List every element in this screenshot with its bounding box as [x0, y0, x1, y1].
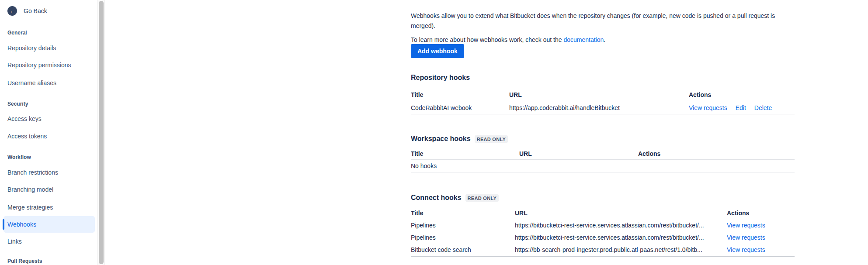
table-row: Bitbucket code searchhttps://bb-search-p… [411, 244, 795, 256]
sidebar-section-heading-security: Security [7, 100, 28, 108]
sidebar-section-heading-pull-requests: Pull Requests [7, 257, 42, 265]
documentation-link[interactable]: documentation [563, 36, 604, 43]
cell-actions: View requests [727, 222, 795, 229]
column-header-actions: Actions [638, 150, 795, 157]
table-connect-hooks: TitleURLActionsPipelineshttps://bitbucke… [411, 207, 795, 257]
learn-more-text: To learn more about how webhooks work, c… [411, 35, 798, 45]
sidebar-item-access-tokens[interactable]: Access tokens [3, 128, 95, 145]
go-back-label: Go Back [24, 7, 47, 14]
sidebar-section-heading-general: General [7, 29, 27, 37]
sidebar-item-label: Repository details [3, 45, 56, 52]
cell-url: https://bitbucketci-rest-service.service… [515, 222, 727, 229]
read-only-badge: READ ONLY [465, 194, 499, 202]
column-header-title: Title [411, 91, 509, 98]
sidebar-item-repository-details[interactable]: Repository details [3, 40, 95, 56]
empty-row-text: No hooks [411, 162, 519, 169]
action-link-delete[interactable]: Delete [754, 104, 772, 111]
sidebar-item-label: Branch restrictions [3, 169, 58, 176]
sidebar-item-label: Repository permissions [3, 62, 71, 69]
cell-url: https://bitbucketci-rest-service.service… [515, 234, 727, 241]
table-header-row: TitleURLActions [411, 207, 795, 219]
go-back-button[interactable]: ← Go Back [7, 6, 47, 16]
section-heading-connect-hooks: Connect hooksREAD ONLY [411, 193, 499, 202]
table-workspace-hooks: TitleURLActionsNo hooks [411, 148, 795, 172]
column-header-url: URL [509, 91, 689, 98]
section-title: Workspace hooks [411, 134, 471, 143]
table-header-row: TitleURLActions [411, 89, 795, 101]
learn-more-prefix: To learn more about how webhooks work, c… [411, 36, 563, 43]
table-row: Pipelineshttps://bitbucketci-rest-servic… [411, 219, 795, 231]
section-title: Repository hooks [411, 73, 470, 82]
sidebar-item-username-aliases[interactable]: Username aliases [3, 75, 95, 91]
table-row: CodeRabbitAI webookhttps://app.coderabbi… [411, 101, 795, 114]
sidebar-item-links[interactable]: Links [3, 233, 95, 250]
column-header-title: Title [411, 150, 519, 157]
cell-actions: View requests [727, 234, 795, 241]
sidebar-item-label: Links [3, 238, 22, 245]
sidebar-item-label: Access keys [3, 115, 42, 122]
sidebar-item-branch-restrictions[interactable]: Branch restrictions [3, 164, 95, 181]
cell-title: Bitbucket code search [411, 246, 515, 253]
active-item-indicator [3, 219, 4, 230]
column-header-actions: Actions [727, 210, 795, 217]
add-webhook-button[interactable]: Add webhook [411, 44, 464, 58]
action-link-view-requests[interactable]: View requests [689, 104, 727, 111]
sidebar-item-label: Branching model [3, 186, 53, 193]
cell-actions: View requests [727, 246, 795, 253]
column-header-actions: Actions [689, 91, 795, 98]
table-repository-hooks: TitleURLActionsCodeRabbitAI webookhttps:… [411, 89, 795, 114]
cell-url: https://app.coderabbit.ai/handleBitbucke… [509, 104, 689, 111]
cell-url: https://bb-search-prod-ingester.prod.pub… [515, 246, 727, 253]
cell-actions: View requestsEditDelete [689, 104, 795, 111]
webhooks-intro-text: Webhooks allow you to extend what Bitbuc… [411, 11, 798, 31]
sidebar-item-label: Merge strategies [3, 204, 53, 211]
cell-title: CodeRabbitAI webook [411, 104, 509, 111]
sidebar-item-label: Access tokens [3, 133, 47, 140]
action-link-view-requests[interactable]: View requests [727, 246, 765, 253]
sidebar-item-repository-permissions[interactable]: Repository permissions [3, 57, 95, 73]
sidebar-item-webhooks[interactable]: Webhooks [3, 216, 95, 233]
section-heading-repository-hooks: Repository hooks [411, 73, 470, 82]
sidebar-item-label: Username aliases [3, 79, 56, 86]
sidebar-scrollbar-thumb[interactable] [99, 1, 104, 264]
back-arrow-icon: ← [7, 6, 17, 16]
action-link-edit[interactable]: Edit [736, 104, 746, 111]
sidebar-item-branching-model[interactable]: Branching model [3, 181, 95, 198]
cell-title: Pipelines [411, 222, 515, 229]
settings-sidebar: ← Go Back GeneralRepository detailsRepos… [0, 0, 97, 265]
learn-more-suffix: . [604, 36, 605, 43]
table-header-row: TitleURLActions [411, 148, 795, 160]
action-link-view-requests[interactable]: View requests [727, 222, 765, 229]
table-row: Pipelineshttps://bitbucketci-rest-servic… [411, 231, 795, 244]
column-header-url: URL [515, 210, 727, 217]
action-link-view-requests[interactable]: View requests [727, 234, 765, 241]
sidebar-item-label: Webhooks [3, 221, 36, 228]
cell-title: Pipelines [411, 234, 515, 241]
section-title: Connect hooks [411, 193, 462, 202]
sidebar-item-access-keys[interactable]: Access keys [3, 110, 95, 127]
column-header-title: Title [411, 210, 515, 217]
sidebar-scrollbar-track[interactable] [97, 0, 105, 265]
column-header-url: URL [519, 150, 638, 157]
section-heading-workspace-hooks: Workspace hooksREAD ONLY [411, 134, 508, 143]
read-only-badge: READ ONLY [475, 135, 508, 143]
sidebar-section-heading-workflow: Workflow [7, 153, 31, 161]
sidebar-item-merge-strategies[interactable]: Merge strategies [3, 199, 95, 216]
empty-row: No hooks [411, 160, 795, 172]
